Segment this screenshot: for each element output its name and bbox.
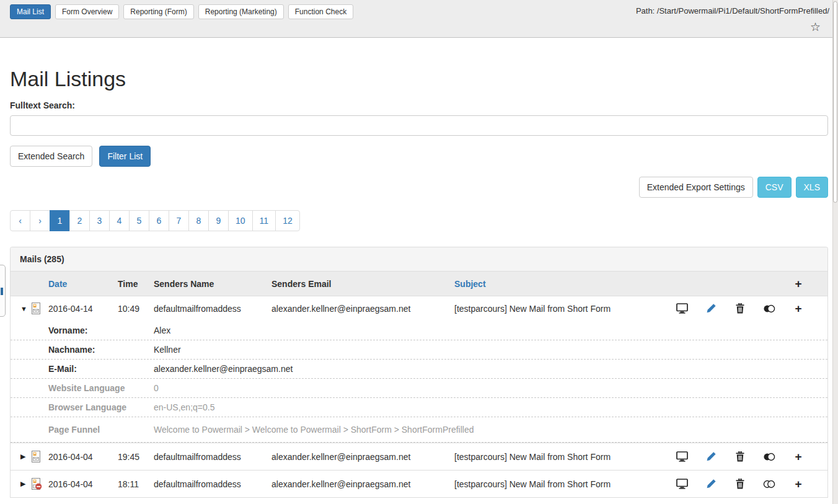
frame-resize-handle[interactable] xyxy=(0,265,6,317)
pagination-page-12[interactable]: 12 xyxy=(275,210,300,231)
toggle-visibility-off-icon[interactable] xyxy=(763,478,775,490)
preview-icon[interactable] xyxy=(676,303,688,315)
fulltext-search-input[interactable] xyxy=(10,115,828,136)
delete-trash-icon[interactable] xyxy=(734,303,746,315)
tab-function-check[interactable]: Function Check xyxy=(288,4,353,19)
fulltext-search-label: Fulltext Search: xyxy=(10,100,828,110)
delete-trash-icon[interactable] xyxy=(734,451,746,463)
pagination-prev-icon[interactable]: ‹ xyxy=(10,210,30,231)
add-icon[interactable]: + xyxy=(792,451,805,463)
detail-label: Vorname: xyxy=(48,325,154,335)
xls-export-button[interactable]: XLS xyxy=(796,177,828,198)
mail-subject: [testparcours] New Mail from Short Form xyxy=(454,304,674,314)
table-header-row: Date Time Senders Name Senders Email Sub… xyxy=(11,272,827,296)
bookmark-star-icon[interactable]: ☆ xyxy=(810,21,821,33)
pagination-page-4[interactable]: 4 xyxy=(109,210,130,231)
extended-export-settings-button[interactable]: Extended Export Settings xyxy=(639,177,753,198)
mail-sender-name: defaultmailfromaddess xyxy=(154,479,271,489)
column-header-senders-email: Senders Email xyxy=(271,279,454,289)
mail-row[interactable]: ▶ 2016-04-04 19:45 defaultmailfromaddess… xyxy=(11,443,827,470)
toggle-visibility-icon[interactable] xyxy=(763,303,775,315)
pagination-page-7[interactable]: 7 xyxy=(169,210,189,231)
mail-record-icon xyxy=(31,303,41,314)
export-buttons-row: Extended Export Settings CSV XLS xyxy=(10,177,828,198)
tab-reporting-form[interactable]: Reporting (Form) xyxy=(123,4,193,19)
detail-label: Nachname: xyxy=(48,345,154,355)
mail-date: 2016-04-14 xyxy=(48,304,118,314)
detail-row: Browser Language en-US,en;q=0.5 xyxy=(11,397,827,417)
detail-value: Welcome to Powermail > Welcome to Powerm… xyxy=(154,425,827,435)
extended-search-button[interactable]: Extended Search xyxy=(10,146,92,167)
mail-sender-email: alexander.kellner@einpraegsam.net xyxy=(271,452,454,462)
detail-label: E-Mail: xyxy=(48,364,154,374)
preview-icon[interactable] xyxy=(676,478,688,490)
pagination-page-1[interactable]: 1 xyxy=(50,210,70,231)
csv-export-button[interactable]: CSV xyxy=(757,177,792,198)
mail-date: 2016-04-04 xyxy=(48,452,118,462)
pagination-page-5[interactable]: 5 xyxy=(129,210,149,231)
doc-header: Mail List Form Overview Reporting (Form)… xyxy=(0,0,838,38)
detail-row: Nachname: Kellner xyxy=(11,340,827,359)
mails-panel: Mails (285) Date Time Senders Name Sende… xyxy=(10,247,828,498)
mail-record-icon xyxy=(31,451,41,462)
pagination-page-2[interactable]: 2 xyxy=(69,210,90,231)
tab-form-overview[interactable]: Form Overview xyxy=(55,4,119,19)
mail-date: 2016-04-04 xyxy=(48,479,118,489)
filter-list-button[interactable]: Filter List xyxy=(99,146,151,167)
mail-subject: [testparcours] New Mail from Short Form xyxy=(454,479,674,489)
pagination-page-8[interactable]: 8 xyxy=(188,210,209,231)
expand-caret-icon[interactable]: ▶ xyxy=(20,480,25,488)
edit-pencil-icon[interactable] xyxy=(705,303,717,315)
add-icon[interactable]: + xyxy=(792,303,805,315)
detail-label: Page Funnel xyxy=(48,425,154,435)
tab-mail-list[interactable]: Mail List xyxy=(10,4,51,19)
detail-row: Website Language 0 xyxy=(11,378,827,397)
detail-value: alexander.kellner@einpraegsam.net xyxy=(154,364,827,374)
module-tabs: Mail List Form Overview Reporting (Form)… xyxy=(10,4,353,19)
pagination-page-11[interactable]: 11 xyxy=(252,210,276,231)
pagination-page-3[interactable]: 3 xyxy=(89,210,110,231)
preview-icon[interactable] xyxy=(676,451,688,463)
detail-value: Alex xyxy=(154,325,827,335)
mail-row[interactable]: ▼ 2016-04-14 10:49 defaultmailfromaddess… xyxy=(11,296,827,321)
mail-subject: [testparcours] New Mail from Short Form xyxy=(454,452,674,462)
column-header-subject[interactable]: Subject xyxy=(454,279,674,289)
column-header-senders-name: Senders Name xyxy=(154,279,271,289)
tab-reporting-marketing[interactable]: Reporting (Marketing) xyxy=(198,4,284,19)
detail-label: Website Language xyxy=(48,383,154,393)
column-header-date[interactable]: Date xyxy=(48,279,118,289)
search-buttons-row: Extended Search Filter List xyxy=(10,146,828,167)
detail-value: en-US,en;q=0.5 xyxy=(154,402,827,412)
add-icon[interactable]: + xyxy=(792,478,805,490)
collapse-caret-icon[interactable]: ▼ xyxy=(20,305,27,312)
mail-record-hidden-icon xyxy=(31,478,42,490)
toggle-visibility-icon[interactable] xyxy=(763,451,775,463)
edit-pencil-icon[interactable] xyxy=(705,451,717,463)
detail-value: 0 xyxy=(154,383,827,393)
mail-sender-email: alexander.kellner@einpraegsam.net xyxy=(271,304,454,314)
edit-pencil-icon[interactable] xyxy=(705,478,717,490)
delete-trash-icon[interactable] xyxy=(734,478,746,490)
vertical-scrollbar[interactable] xyxy=(832,0,838,504)
pagination-page-6[interactable]: 6 xyxy=(149,210,169,231)
main-content: Mail Listings Fulltext Search: Extended … xyxy=(0,67,838,498)
expand-caret-icon[interactable]: ▶ xyxy=(20,453,25,461)
mail-time: 10:49 xyxy=(118,304,154,314)
mail-row[interactable]: ▶ 2016-04-04 18:11 defaultmailfromaddess… xyxy=(11,470,827,497)
mail-sender-email: alexander.kellner@einpraegsam.net xyxy=(271,479,454,489)
column-header-time: Time xyxy=(118,279,154,289)
add-column-icon[interactable]: + xyxy=(792,278,805,290)
detail-row: Page Funnel Welcome to Powermail > Welco… xyxy=(11,417,827,443)
mail-time: 18:11 xyxy=(118,479,154,489)
scrollbar-thumb[interactable] xyxy=(833,1,837,203)
detail-label: Browser Language xyxy=(48,402,154,412)
detail-row: E-Mail: alexander.kellner@einpraegsam.ne… xyxy=(11,359,827,378)
pagination-page-10[interactable]: 10 xyxy=(228,210,253,231)
pagination-page-9[interactable]: 9 xyxy=(208,210,229,231)
pagination-next-icon[interactable]: › xyxy=(30,210,50,231)
mails-panel-title: Mails (285) xyxy=(11,247,827,272)
page-title: Mail Listings xyxy=(10,67,828,91)
pagination: ‹ › 1 2 3 4 5 6 7 8 9 10 11 12 xyxy=(10,210,300,231)
breadcrumb-path: Path: /Start/Powermail/Pi1/Default/Short… xyxy=(636,6,829,15)
detail-value: Kellner xyxy=(154,345,827,355)
